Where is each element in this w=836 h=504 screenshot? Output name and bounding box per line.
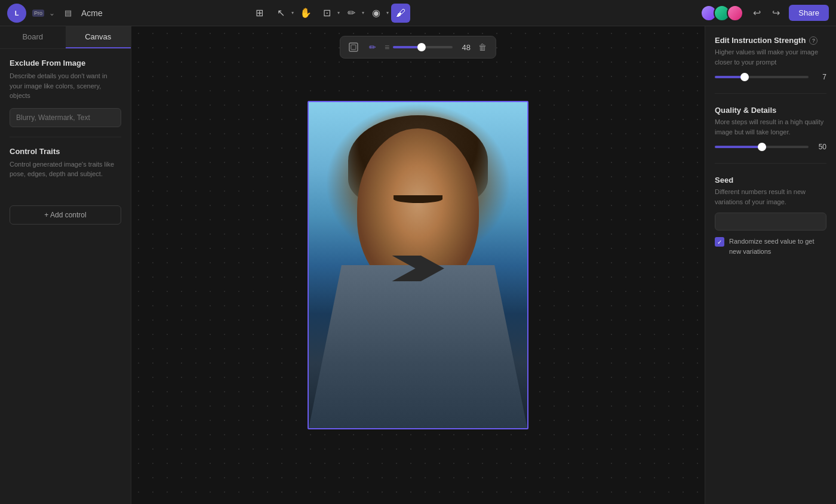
brush-active-icon: ✏ xyxy=(369,42,376,52)
tool-paint-button[interactable]: 🖌 xyxy=(391,4,410,23)
undo-redo-controls: ↩ ↪ xyxy=(748,5,784,21)
seed-description: Different numbers result in new variatio… xyxy=(715,187,826,207)
checkbox-check-icon: ✓ xyxy=(717,239,722,245)
edit-instruction-value: 7 xyxy=(813,73,826,81)
randomize-seed-row: ✓ Randomize seed value to get new variat… xyxy=(715,236,826,256)
tool-draw-button[interactable]: ✏ xyxy=(342,4,361,23)
app-logo: L xyxy=(7,4,26,23)
collaborator-avatars xyxy=(700,5,743,21)
brush-size-value: 48 xyxy=(456,43,471,52)
fill-arrow: ▾ xyxy=(386,10,389,16)
svg-rect-1 xyxy=(351,45,356,50)
tool-select-button[interactable]: ↖ xyxy=(272,4,291,23)
quality-details-value: 50 xyxy=(813,143,826,151)
undo-icon: ↩ xyxy=(753,7,761,19)
canvas-brush-icon[interactable]: ✏ xyxy=(365,40,380,54)
canvas-brush-size-control: ≡ 48 xyxy=(385,42,471,52)
add-control-button[interactable]: + Add control xyxy=(10,205,121,225)
left-sidebar: Board Canvas Exclude From Image Describe… xyxy=(0,26,131,504)
tab-canvas[interactable]: Canvas xyxy=(66,26,131,48)
canvas-toolbar: ✏ ≡ 48 🗑 xyxy=(340,36,496,59)
svg-rect-0 xyxy=(349,43,358,51)
edit-instruction-slider-row: 7 xyxy=(715,73,826,81)
quality-details-description: More steps will result in a high quality… xyxy=(715,117,826,137)
quality-details-slider-row: 50 xyxy=(715,143,826,151)
tab-board[interactable]: Board xyxy=(0,26,66,48)
tool-image-button[interactable]: ⊡ xyxy=(318,4,337,23)
portrait-mustache xyxy=(394,195,442,204)
toolbar-tools: ⊞ ↖ ▾ ✋ ⊡ ▾ ✏ ▾ ◉ ▾ xyxy=(250,4,410,23)
tool-fill-button[interactable]: ◉ xyxy=(367,4,386,23)
frame-icon: ⊞ xyxy=(256,7,263,19)
brush-size-slider[interactable] xyxy=(393,46,453,48)
avatar-3 xyxy=(727,5,743,21)
edit-instruction-help-icon[interactable]: ? xyxy=(809,36,817,45)
select-icon: ↖ xyxy=(277,7,285,19)
logo-text: L xyxy=(15,10,19,17)
sidebar-toggle-button[interactable]: ▤ xyxy=(60,5,76,21)
seed-title: Seed xyxy=(715,176,826,185)
canvas-image xyxy=(309,102,527,428)
exclude-from-image-section: Exclude From Image Describe details you … xyxy=(0,49,131,137)
tool-hand-button[interactable]: ✋ xyxy=(296,4,315,23)
fill-icon: ◉ xyxy=(372,7,380,19)
draw-icon: ✏ xyxy=(348,7,355,19)
seed-input[interactable] xyxy=(715,213,826,231)
exclude-description: Describe details you don't want in your … xyxy=(10,71,121,101)
main-layout: Board Canvas Exclude From Image Describe… xyxy=(0,26,836,504)
image-arrow: ▾ xyxy=(337,10,340,16)
tool-frame-button[interactable]: ⊞ xyxy=(250,4,269,23)
right-sidebar: Edit Instruction Strength ? Higher value… xyxy=(705,26,836,504)
draw-arrow: ▾ xyxy=(362,10,364,16)
sidebar-tab-row: Board Canvas xyxy=(0,26,131,49)
quality-details-section: Quality & Details More steps will result… xyxy=(715,106,826,151)
select-arrow: ▾ xyxy=(291,10,294,16)
edit-instruction-title: Edit Instruction Strength ? xyxy=(715,36,826,45)
edit-instruction-strength-section: Edit Instruction Strength ? Higher value… xyxy=(715,36,826,81)
paint-icon: 🖌 xyxy=(396,8,405,19)
pro-badge: Pro xyxy=(32,10,44,17)
workspace-chevron[interactable]: ⌄ xyxy=(49,9,55,17)
undo-button[interactable]: ↩ xyxy=(748,5,765,21)
redo-icon: ↪ xyxy=(772,7,780,19)
exclude-title: Exclude From Image xyxy=(10,59,121,67)
control-traits-description: Control generated image's traits like po… xyxy=(10,159,121,179)
canvas-area[interactable]: ✏ ≡ 48 🗑 xyxy=(131,26,705,504)
right-divider-1 xyxy=(715,93,826,94)
seed-section: Seed Different numbers result in new var… xyxy=(715,176,826,256)
topnav-right-area: ↩ ↪ Share xyxy=(700,5,829,21)
randomize-seed-label: Randomize seed value to get new variatio… xyxy=(729,236,826,256)
randomize-seed-checkbox[interactable]: ✓ xyxy=(715,237,724,247)
slider-separator-icon: ≡ xyxy=(385,42,389,52)
redo-button[interactable]: ↪ xyxy=(767,5,784,21)
sidebar-icon: ▤ xyxy=(64,8,72,17)
top-navigation: L Pro ⌄ ▤ Acme ⊞ ↖ ▾ ✋ ⊡ ▾ ✏ ▾ xyxy=(0,0,836,26)
workspace-title: Acme xyxy=(81,8,103,18)
portrait-figure xyxy=(309,102,527,428)
canvas-delete-icon[interactable]: 🗑 xyxy=(475,40,490,54)
control-traits-title: Control Traits xyxy=(10,147,121,156)
edit-instruction-description: Higher values will make your image close… xyxy=(715,47,826,67)
edit-instruction-slider[interactable] xyxy=(715,76,809,78)
quality-details-title: Quality & Details xyxy=(715,106,826,115)
canvas-select-icon[interactable] xyxy=(346,40,361,54)
hand-icon: ✋ xyxy=(300,7,312,19)
portrait-suit xyxy=(309,265,527,428)
control-traits-section: Control Traits Control generated image's… xyxy=(0,137,131,196)
canvas-image-container xyxy=(308,101,528,429)
delete-icon: 🗑 xyxy=(478,42,487,52)
quality-details-slider[interactable] xyxy=(715,146,809,148)
right-divider-2 xyxy=(715,163,826,164)
exclude-input[interactable] xyxy=(10,108,121,127)
image-icon: ⊡ xyxy=(323,7,331,19)
share-button[interactable]: Share xyxy=(789,5,829,21)
